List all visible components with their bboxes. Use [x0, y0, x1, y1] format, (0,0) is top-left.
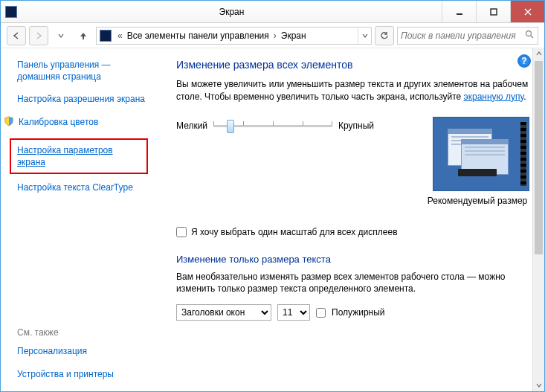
breadcrumb-parent[interactable]: Все элементы панели управления [126, 30, 271, 41]
minimize-button[interactable] [442, 1, 476, 22]
scroll-up-icon[interactable] [533, 48, 544, 60]
sidebar-personalization-link[interactable]: Персонализация [17, 345, 151, 357]
address-dropdown-icon[interactable] [358, 28, 371, 44]
slider-max-label: Крупный [338, 121, 374, 131]
svg-line-5 [531, 36, 533, 38]
see-also-heading: См. также [17, 327, 151, 338]
search-icon[interactable] [525, 30, 535, 42]
sidebar-calibration-link[interactable]: Калибровка цветов [19, 116, 98, 128]
shield-icon [4, 116, 14, 126]
app-icon [5, 6, 17, 18]
preview-caption: Рекомендуемый размер [425, 196, 529, 206]
scrollbar[interactable] [532, 48, 544, 391]
heading-resize-all: Изменение размера всех элементов [176, 59, 529, 71]
description-text: Вы можете увеличить или уменьшить размер… [176, 78, 529, 103]
preview-image [433, 117, 529, 191]
search-box[interactable] [397, 27, 538, 45]
scrollbar-thumb[interactable] [535, 61, 543, 254]
forward-button[interactable] [29, 26, 48, 45]
sidebar-highlighted-box: Настройка параметров экрана [10, 138, 148, 174]
slider-thumb[interactable] [227, 120, 234, 133]
bold-checkbox[interactable] [316, 308, 326, 318]
font-size-select[interactable]: 11 [277, 304, 310, 321]
svg-point-4 [526, 30, 532, 36]
sidebar-screen-params-link[interactable]: Настройка параметров экрана [17, 144, 141, 168]
single-scale-checkbox[interactable] [176, 227, 187, 237]
breadcrumb-current[interactable]: Экран [280, 30, 308, 41]
heading-text-only: Изменение только размера текста [176, 254, 529, 265]
maximize-button[interactable] [476, 1, 510, 22]
size-slider[interactable] [213, 117, 332, 135]
magnifier-link[interactable]: экранную лупу [464, 91, 524, 102]
bold-label: Полужирный [332, 307, 385, 318]
description-text-only: Вам необязательно изменять размер всех э… [176, 271, 529, 296]
scroll-down-icon[interactable] [533, 379, 544, 391]
single-scale-label: Я хочу выбрать один масштаб для всех дис… [191, 227, 398, 237]
chevron-left-icon: « [115, 30, 126, 41]
svg-rect-1 [491, 9, 497, 15]
refresh-button[interactable] [375, 26, 394, 45]
recent-dropdown[interactable] [51, 26, 71, 45]
window-title: Экран [22, 7, 442, 17]
back-button[interactable] [7, 26, 26, 45]
sidebar-resolution-link[interactable]: Настройка разрешения экрана [17, 93, 151, 105]
sidebar-cleartype-link[interactable]: Настройка текста ClearType [17, 181, 151, 193]
search-input[interactable] [401, 30, 525, 41]
desc-part2: . [523, 91, 526, 102]
element-select[interactable]: Заголовки окон [176, 304, 271, 321]
up-button[interactable] [74, 26, 93, 45]
control-panel-icon [100, 30, 112, 42]
close-button[interactable] [510, 1, 544, 22]
help-icon[interactable]: ? [517, 54, 531, 68]
sidebar-home-link[interactable]: Панель управления — домашняя страница [17, 59, 151, 83]
address-bar[interactable]: « Все элементы панели управления › Экран [96, 27, 372, 45]
chevron-right-icon: › [271, 30, 280, 41]
slider-min-label: Мелкий [176, 121, 207, 131]
sidebar-devices-link[interactable]: Устройства и принтеры [17, 368, 151, 380]
